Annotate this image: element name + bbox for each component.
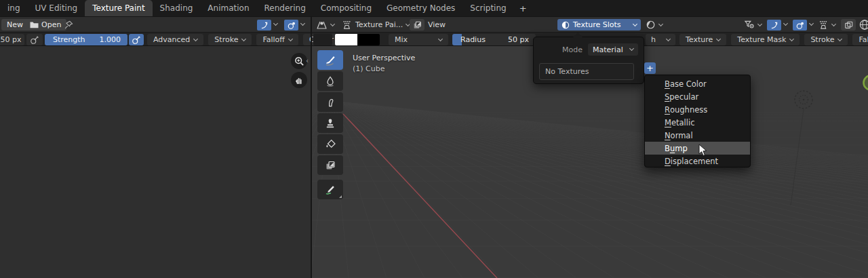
mask-display-chevron <box>658 21 663 26</box>
add-workspace-button[interactable]: + <box>514 0 532 16</box>
brush-size-value: 50 px <box>1 35 22 44</box>
mode-material-chevron <box>629 46 634 51</box>
viewport-panel-falloff[interactable]: Falloff <box>852 34 868 45</box>
strength-slider[interactable]: Strength 1.000 <box>45 34 127 45</box>
menu-item-roughness[interactable]: Roughness <box>645 103 750 116</box>
secondary-color-swatch[interactable] <box>357 34 380 45</box>
texture-slots-dropdown[interactable]: Texture Slots <box>557 19 641 31</box>
primary-color-swatch[interactable] <box>335 34 357 45</box>
viewport-editor-icon <box>316 20 328 30</box>
texture-slot-sphere-icon <box>561 21 570 29</box>
tab-rendering[interactable]: Rendering <box>257 0 313 16</box>
annotate-tool-icon <box>324 184 336 195</box>
texture-slots-popover: Mode Material No Textures <box>533 37 644 84</box>
viewport-symmetry-chevron[interactable] <box>809 21 814 26</box>
soften-tool-icon <box>325 76 336 87</box>
tab-scripting[interactable]: Scripting <box>462 0 513 16</box>
xray-toggle-button[interactable] <box>841 19 856 31</box>
popover-notch <box>573 33 583 37</box>
image-panel-falloff[interactable]: Falloff <box>256 34 298 45</box>
image-panel-stroke[interactable]: Stroke <box>208 34 252 45</box>
panel-label: Falloff <box>859 35 868 44</box>
blend-mode-dropdown[interactable]: Mix <box>389 34 448 45</box>
pan-nav-button[interactable] <box>291 72 307 88</box>
mask-display-selector[interactable] <box>646 20 663 30</box>
tab-geometry-nodes[interactable]: Geometry Nodes <box>379 0 462 16</box>
menu-item-base-color[interactable]: Base Color <box>645 77 750 90</box>
paint-symmetry-dropdown-chevron[interactable] <box>300 21 305 26</box>
mode-label: Texture Pai... <box>355 20 403 29</box>
size-pressure-toggle[interactable] <box>26 34 43 45</box>
blender-window: ingUV EditingTexture PaintShadingAnimati… <box>0 0 868 278</box>
smear-tool-icon <box>326 97 336 108</box>
viewport-panel-texture[interactable]: Texture <box>679 34 726 45</box>
panel-label: Stroke <box>810 35 834 44</box>
clone-tool-button[interactable] <box>317 113 343 133</box>
editor-type-chevron <box>330 21 335 26</box>
tab-animation[interactable]: Animation <box>200 0 256 16</box>
draw-tool-button[interactable] <box>317 50 343 70</box>
visibility-filter-chevron <box>757 21 762 26</box>
brush-panel-button-truncated[interactable]: h <box>646 34 675 45</box>
mode-field-label: Mode <box>534 45 583 54</box>
xray-icon <box>844 20 854 30</box>
paint-falloff-button[interactable] <box>257 20 271 31</box>
radius-slider[interactable]: Radius 50 px <box>452 34 536 45</box>
image-panel-advanced[interactable]: Advanced <box>147 34 203 45</box>
clone-tool-icon <box>325 118 336 129</box>
viewport-falloff-button[interactable] <box>767 20 781 31</box>
tab-texture-paint[interactable]: Texture Paint <box>85 0 152 16</box>
brush-size-field[interactable]: 50 px <box>0 34 24 45</box>
mode-material-dropdown[interactable]: Material <box>588 43 638 56</box>
image-editor-canvas[interactable] <box>0 46 311 278</box>
menu-item-metallic[interactable]: Metallic <box>645 116 750 129</box>
view-menu[interactable]: View <box>428 20 446 29</box>
pin-icon <box>64 20 74 30</box>
smear-tool-button[interactable] <box>317 92 343 112</box>
zoom-nav-button[interactable] <box>291 53 307 69</box>
add-texture-slot-button[interactable]: + <box>644 62 656 74</box>
image-icon <box>412 20 422 30</box>
brush-preview-button[interactable] <box>313 34 332 45</box>
image-slot-button[interactable] <box>410 19 425 31</box>
pin-icon-button[interactable] <box>62 19 75 31</box>
strength-pressure-toggle[interactable] <box>129 34 144 45</box>
tab-shading[interactable]: Shading <box>153 0 201 16</box>
tab-uv-editing[interactable]: UV Editing <box>28 0 85 16</box>
menu-item-normal[interactable]: Normal <box>645 129 750 142</box>
fill-tool-button[interactable] <box>317 134 343 154</box>
tab-compositing[interactable]: Compositing <box>313 0 379 16</box>
view-name-overlay: User Perspective <box>353 54 415 62</box>
open-image-button[interactable]: Open <box>24 19 66 31</box>
wireframe-shading-button[interactable] <box>859 19 868 31</box>
texture-slot-list[interactable]: No Textures <box>539 63 634 80</box>
radius-value: 50 px <box>508 35 529 44</box>
eye-funnel-icon <box>744 20 755 30</box>
visibility-filter-dropdown[interactable] <box>744 20 762 30</box>
mode-selector[interactable]: Texture Pai... <box>341 20 410 30</box>
menu-item-specular[interactable]: Specular <box>645 90 750 103</box>
brush-panel-label: h <box>651 35 663 44</box>
annotate-tool-button[interactable] <box>317 180 343 199</box>
editor-type-selector[interactable] <box>316 20 334 30</box>
tool-settings-bar: 50 px Strength 1.000 AdvancedStrokeFallo… <box>0 32 868 46</box>
menu-item-displacement[interactable]: Displacement <box>645 155 750 167</box>
chevron-down-icon <box>837 36 842 41</box>
chevron-down-icon <box>288 36 293 41</box>
viewport-symmetry-button[interactable] <box>793 20 807 31</box>
menu-item-bump[interactable]: Bump <box>645 142 750 155</box>
sidebar-collapse-arrow[interactable]: ‹ <box>306 57 309 64</box>
paint-symmetry-button[interactable] <box>284 20 298 31</box>
chevron-down-icon <box>789 36 794 41</box>
texture-type-menu: Base ColorSpecularRoughnessMetallicNorma… <box>644 75 751 167</box>
pressure-icon <box>30 35 39 45</box>
texture-mask-dropdown[interactable] <box>818 20 835 30</box>
contrast-circle-icon <box>646 20 656 30</box>
viewport-panel-texture-mask[interactable]: Texture Mask <box>731 34 800 45</box>
soften-tool-button[interactable] <box>317 71 343 91</box>
mask-tool-button[interactable] <box>317 155 343 175</box>
tab-ing[interactable]: ing <box>0 0 28 16</box>
paint-falloff-dropdown-chevron[interactable] <box>273 21 278 26</box>
viewport-panel-stroke[interactable]: Stroke <box>804 34 848 45</box>
viewport-falloff-chevron[interactable] <box>783 21 788 26</box>
